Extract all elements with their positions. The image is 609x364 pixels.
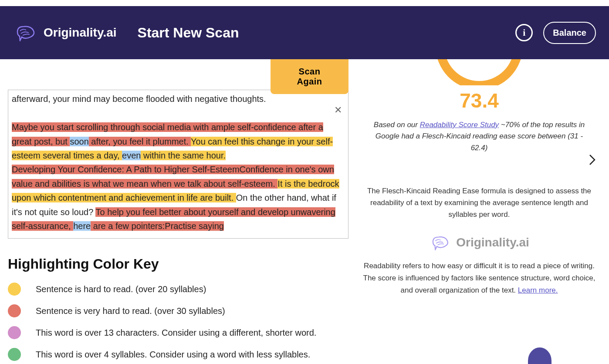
formula-description: The Flesch-Kincaid Reading Ease formula … [357,185,601,221]
info-button[interactable]: i [515,24,533,41]
dot-green-icon [8,348,21,361]
key-row-red: Sentence is very hard to read. (over 30 … [8,304,348,317]
app-header: Originality.ai Start New Scan i Balance [0,6,609,59]
close-icon[interactable]: ✕ [334,102,342,118]
readability-score: 73.4 [357,89,601,112]
balance-button[interactable]: Balance [543,22,596,44]
text-span: soon [70,137,88,146]
scan-again-button[interactable]: Scan Again [271,59,348,94]
readability-description: Readability refers to how easy or diffic… [357,260,601,297]
logo[interactable]: Originality.ai [13,24,117,41]
logo-text: Originality.ai [44,26,117,40]
score-arc [357,59,601,85]
key-label: This word is over 4 syllables. Consider … [36,350,310,360]
chevron-right-icon[interactable] [589,154,596,169]
learn-more-link[interactable]: Learn more. [518,286,558,294]
key-label: Sentence is very hard to read. (over 30 … [36,306,225,316]
readability-study-link[interactable]: Readability Score Study [420,121,499,129]
text-span: are a few pointers:Practise saying [91,221,224,231]
key-row-yellow: Sentence is hard to read. (over 20 sylla… [8,283,348,296]
brain-logo-icon [13,24,37,41]
brain-logo-icon [429,235,451,250]
scanned-text-box[interactable]: ✕ your sense of self worth is high you'l… [8,90,348,239]
key-row-purple: This word is over 13 characters. Conside… [8,326,348,339]
score-panel: 73.4 Based on our Readability Score Stud… [357,59,601,364]
page-title: Start New Scan [138,25,239,41]
mini-logo: Originality.ai [357,235,601,250]
dot-purple-icon [8,326,21,339]
study-text: Based on our Readability Score Study ~70… [357,119,601,154]
text-span: after, you feel it plummet. [89,137,191,146]
key-label: This word is over 13 characters. Conside… [36,328,316,338]
color-key-title: Highlighting Color Key [8,256,348,272]
text-span: here [73,221,91,231]
mini-logo-text: Originality.ai [456,236,529,249]
dot-yellow-icon [8,283,21,296]
key-row-green: This word is over 4 syllables. Consider … [8,348,348,361]
key-label: Sentence is hard to read. (over 20 sylla… [36,284,206,294]
text-span: within the same hour. [141,151,226,160]
dot-red-icon [8,304,21,317]
text-span: even [122,151,141,160]
